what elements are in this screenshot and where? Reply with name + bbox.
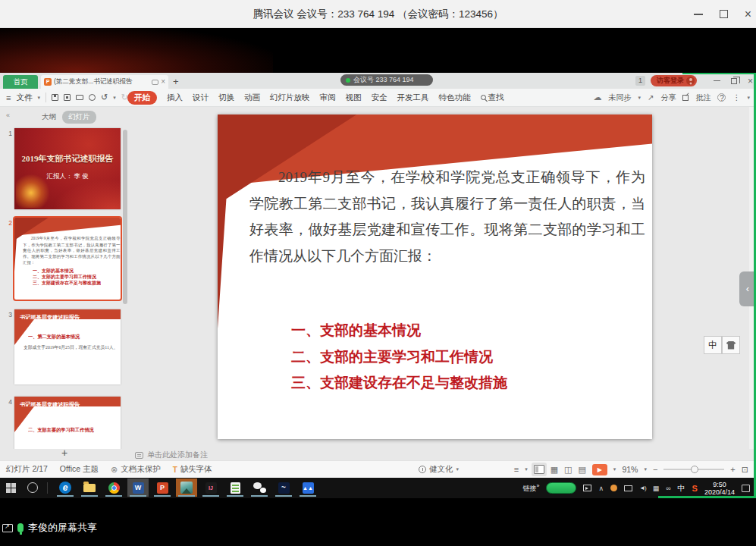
zoom-slider[interactable]: [663, 469, 724, 470]
tab-document[interactable]: P (第二党支部...书记述职报告 ×: [41, 75, 168, 89]
taskbar-explorer[interactable]: [79, 479, 100, 497]
fit-window-icon[interactable]: ⊡: [742, 465, 748, 475]
slide-paragraph[interactable]: 2019年9月至今，在学校和学院党总支正确领导下，作为学院教工第二支部书记，我认…: [249, 165, 645, 269]
tray-app-icon[interactable]: [610, 485, 617, 491]
tab-slides[interactable]: 幻灯片: [62, 111, 96, 124]
add-slide-button[interactable]: +: [45, 447, 83, 459]
sync-dropdown-icon[interactable]: ▾: [638, 95, 642, 101]
tray-expand-icon[interactable]: ∧: [598, 485, 604, 492]
ime-indicator[interactable]: 中: [678, 483, 685, 494]
slide-agenda[interactable]: 一、支部的基本情况 二、支部的主要学习和工作情况 三、支部建设存在不足与整改措施: [291, 318, 507, 397]
guest-login-button[interactable]: 访客登录: [651, 75, 697, 86]
notes-view-icon[interactable]: ▤: [578, 465, 585, 475]
slide-canvas[interactable]: 2019年9月至今，在学校和学院党总支正确领导下，作为学院教工第二支部书记，我认…: [218, 115, 652, 439]
taskbar-powerpoint[interactable]: P: [152, 479, 173, 497]
zoom-dropdown-icon[interactable]: ▾: [644, 466, 647, 472]
play-dropdown-icon[interactable]: ▾: [613, 466, 616, 472]
notes-placeholder[interactable]: 单击此处添加备注: [135, 450, 208, 460]
ribbon-tab-insert[interactable]: 插入: [167, 93, 183, 103]
status-tool[interactable]: 健文化 ▾: [419, 461, 459, 478]
collapse-ribbon-icon[interactable]: ▾: [747, 95, 750, 101]
ribbon-tab-features[interactable]: 特色功能: [439, 93, 471, 103]
undo-icon[interactable]: ↺: [101, 93, 108, 102]
slide-thumbnail-2-selected[interactable]: 2019年9月至今，在学校和学院党总支正确领导下，作为学院教工第二支部书记，我认…: [14, 218, 121, 300]
ribbon-tab-start[interactable]: 开始: [127, 91, 157, 105]
sogou-icon[interactable]: S: [692, 484, 698, 493]
tab-outline[interactable]: 大纲: [42, 112, 56, 122]
ribbon-tab-review[interactable]: 审阅: [320, 93, 336, 103]
taskbar-docs-app[interactable]: [224, 479, 246, 497]
sync-status-label[interactable]: 未同步: [609, 93, 632, 103]
taskbar-idea[interactable]: IJ: [200, 479, 221, 497]
file-menu[interactable]: 文件: [16, 93, 32, 103]
zoom-slider-knob[interactable]: [691, 466, 698, 473]
connection-icon[interactable]: ∞: [666, 485, 670, 492]
wps-close-icon[interactable]: ×: [748, 77, 753, 86]
taskbar-edge[interactable]: e: [55, 479, 76, 497]
reading-view-icon[interactable]: ◫: [564, 465, 572, 475]
minimize-icon[interactable]: [694, 14, 703, 15]
tab-close-icon[interactable]: ×: [161, 78, 165, 86]
taskbar-wechat[interactable]: [249, 479, 270, 497]
tab-home[interactable]: 首页: [3, 75, 38, 89]
message-bubble-icon[interactable]: [152, 80, 158, 85]
cloud-sync-icon[interactable]: ☁: [594, 93, 602, 102]
slide-thumbnail-1[interactable]: 2019年支部书记述职报告 汇报人： 李 俊: [14, 128, 121, 209]
wps-minimize-icon[interactable]: [714, 80, 720, 82]
screen-share-indicator[interactable]: 李俊的屏幕共享: [2, 521, 97, 535]
slideshow-play-button[interactable]: ▶: [592, 464, 607, 475]
taskbar-word[interactable]: W: [127, 479, 149, 497]
ribbon-tab-animation[interactable]: 动画: [244, 93, 260, 103]
share-button[interactable]: 分享: [660, 93, 676, 103]
find-button[interactable]: 查找: [481, 93, 504, 103]
zoom-in-icon[interactable]: +: [730, 465, 735, 474]
meeting-share-pill-icon[interactable]: [546, 482, 576, 494]
hamburger-icon[interactable]: ≡: [6, 93, 11, 102]
zoom-out-icon[interactable]: −: [653, 465, 657, 474]
status-missing-fonts[interactable]: T 缺失字体: [173, 464, 212, 475]
speaker-icon[interactable]: ◄): [639, 485, 646, 491]
taskbar-photos-active[interactable]: [176, 479, 197, 497]
ribbon-tab-view[interactable]: 视图: [346, 93, 362, 103]
taskbar-dolphin-app[interactable]: ~: [273, 479, 294, 497]
cortana-search-icon[interactable]: [27, 482, 38, 493]
display-icon[interactable]: [624, 485, 632, 491]
export-icon[interactable]: [64, 94, 71, 101]
zoom-percent[interactable]: 91%: [622, 465, 638, 474]
ribbon-tab-design[interactable]: 设计: [193, 93, 209, 103]
taskbar-mountain-app[interactable]: ▲▲: [297, 479, 318, 497]
chevron-down-icon[interactable]: ▾: [525, 466, 528, 472]
print-preview-icon[interactable]: [89, 94, 96, 101]
slide-thumbnail-3[interactable]: 书记抓基层党建述职报告 一、第二支部的基本情况 支部成立于2019年6月25日，…: [14, 309, 121, 384]
status-theme[interactable]: Office 主题: [60, 464, 99, 475]
normal-view-icon[interactable]: [534, 465, 544, 474]
status-protection[interactable]: ⊗ 文档未保护: [111, 464, 161, 475]
comment-button[interactable]: 批注: [695, 93, 711, 103]
save-icon[interactable]: [52, 94, 58, 101]
action-center-icon[interactable]: [742, 485, 750, 492]
thumbnail-scrollbar[interactable]: [123, 130, 127, 304]
start-button[interactable]: [6, 483, 16, 493]
keyboard-icon[interactable]: ▦: [653, 485, 660, 492]
meeting-id-pill[interactable]: 会议号 233 764 194: [340, 74, 433, 86]
maximize-icon[interactable]: [720, 10, 728, 18]
close-icon[interactable]: ×: [745, 8, 751, 20]
slide-thumbnail-4[interactable]: 书记抓基层党建述职报告 二、支部主要的学习和工作情况: [14, 397, 121, 449]
wps-restore-icon[interactable]: [731, 78, 737, 84]
ribbon-tab-devtools[interactable]: 开发工具: [397, 93, 429, 103]
ime-skin-button[interactable]: [722, 336, 740, 354]
taskbar-chrome[interactable]: [103, 479, 124, 497]
collapse-panel-icon[interactable]: «: [6, 111, 10, 119]
cast-icon[interactable]: [583, 485, 591, 491]
ribbon-tab-transition[interactable]: 切换: [218, 93, 234, 103]
chevron-down-icon[interactable]: ▾: [37, 95, 40, 101]
clock[interactable]: 9:50 2020/4/14: [704, 481, 735, 496]
slide-sorter-icon[interactable]: ▦: [551, 465, 558, 475]
text-size-icon[interactable]: ≡: [514, 465, 519, 474]
new-tab-button[interactable]: +: [173, 75, 179, 89]
help-icon[interactable]: ?: [717, 93, 726, 102]
link-tray-label[interactable]: 链接»: [523, 483, 540, 494]
more-options-icon[interactable]: ⋮: [732, 93, 740, 102]
ribbon-tab-slideshow[interactable]: 幻灯片放映: [270, 93, 310, 103]
ribbon-tab-security[interactable]: 安全: [372, 93, 387, 103]
